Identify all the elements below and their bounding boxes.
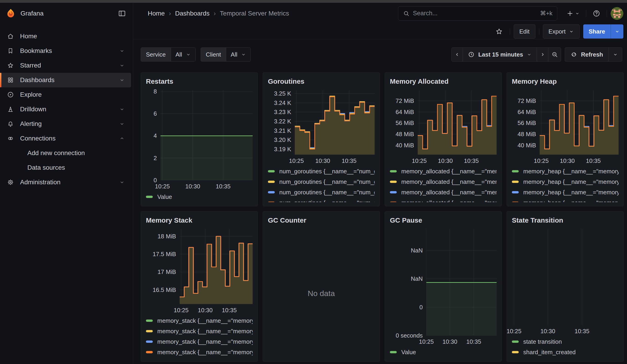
panel-memory-allocated: Memory Allocated72 MiB64 MiB56 MiB48 MiB… — [385, 72, 502, 207]
sidebar-item-add-new-connection[interactable]: Add new connection — [0, 146, 131, 160]
legend-item[interactable]: num_goroutines {__name__="num_go — [268, 187, 375, 198]
legend-label: num_goroutines {__name__="num_go — [279, 178, 375, 185]
time-back-button[interactable] — [451, 48, 463, 62]
client-variable[interactable]: Client All — [201, 48, 251, 62]
y-tick-label: 56 MiB — [518, 119, 536, 127]
legend-item[interactable]: Value — [146, 192, 253, 202]
chevron-down-icon — [613, 52, 618, 57]
breadcrumb-home[interactable]: Home — [148, 10, 165, 17]
chart-plot-area[interactable] — [295, 90, 375, 155]
panel-title[interactable]: State Transition — [512, 216, 619, 225]
y-tick-label: 56 MiB — [396, 119, 414, 127]
x-tick-label: 10:35 — [216, 183, 230, 190]
y-axis: 72 MiB64 MiB56 MiB48 MiB40 MiB — [390, 90, 418, 155]
sidebar-item-alerting[interactable]: Alerting — [0, 116, 131, 131]
legend-item[interactable]: memory_stack {__name__="memory_s — [146, 326, 253, 336]
edit-button[interactable]: Edit — [514, 24, 535, 39]
legend-item[interactable]: memory_allocated {__name__="memo — [390, 166, 497, 177]
legend-item[interactable]: memory_stack {__name__="memory_s — [146, 336, 253, 347]
y-tick-label: NaN — [411, 247, 423, 254]
panel-title[interactable]: Memory Stack — [146, 216, 253, 225]
grafana-logo[interactable] — [5, 8, 16, 19]
chevron-down-icon — [119, 63, 125, 68]
legend-label: memory_stack {__name__="memory_s — [157, 317, 253, 324]
zoom-out-button[interactable] — [548, 48, 561, 62]
legend-item[interactable]: memory_heap {__name__="memory_h — [512, 166, 619, 177]
breadcrumb-dashboards[interactable]: Dashboards — [175, 10, 209, 17]
share-dropdown-button[interactable] — [611, 24, 623, 39]
legend-item[interactable]: num_goroutines {__name__="num_go — [268, 177, 375, 187]
legend-item[interactable]: memory_heap {__name__="memory_h — [512, 177, 619, 187]
chart-plot-area[interactable] — [418, 90, 497, 155]
sidebar-item-explore[interactable]: Explore — [0, 87, 131, 102]
sidebar-item-dashboards[interactable]: Dashboards — [0, 73, 131, 87]
panel-title[interactable]: Restarts — [146, 77, 253, 86]
search-shortcut: ⌘+k — [540, 10, 552, 17]
header-brand-area: Grafana — [0, 3, 133, 24]
service-value-dropdown[interactable]: All — [171, 48, 195, 61]
divider — [607, 10, 607, 17]
x-tick-label: 10:25 — [419, 338, 434, 345]
time-forward-button[interactable] — [537, 48, 548, 62]
sidebar-item-home[interactable]: Home — [0, 29, 131, 44]
legend-series-color — [146, 196, 153, 198]
panel-title[interactable]: GC Pause — [390, 216, 497, 225]
legend-item[interactable]: num_goroutines {__name__="num_go — [268, 166, 375, 177]
chart-plot-area[interactable] — [180, 229, 253, 304]
help-icon[interactable] — [590, 7, 603, 20]
x-tick-label: 10:35 — [222, 307, 237, 314]
legend-item[interactable]: memory_stack {__name__="memory_s — [146, 347, 253, 357]
legend-item[interactable]: memory_allocated {__name__="memo — [390, 198, 497, 202]
zoom-out-icon — [551, 51, 558, 58]
service-variable[interactable]: Service All — [141, 48, 196, 62]
panel-memory-heap: Memory Heap72 MiB64 MiB56 MiB48 MiB40 Mi… — [507, 72, 624, 207]
favorite-star-icon[interactable] — [492, 26, 506, 37]
panel-title[interactable]: Memory Heap — [512, 77, 619, 86]
chevron-down-icon — [119, 106, 125, 112]
legend-label: shard_item_created — [523, 349, 576, 356]
chart-svg — [295, 90, 375, 155]
export-button[interactable]: Export — [543, 24, 579, 39]
chart-plot-area[interactable] — [512, 229, 619, 325]
y-tick-label: 3.19 K — [274, 146, 291, 153]
panel-title[interactable]: GC Counter — [268, 216, 375, 225]
sidebar-item-connections[interactable]: Connections — [0, 131, 131, 146]
sidebar-item-bookmarks[interactable]: Bookmarks — [0, 44, 131, 58]
add-button[interactable] — [564, 7, 582, 19]
chart-plot-area[interactable] — [426, 229, 497, 335]
y-tick-label: 8 — [154, 88, 157, 95]
chart-plot-area[interactable] — [540, 90, 619, 155]
share-button[interactable]: Share — [583, 24, 611, 39]
legend-item[interactable]: memory_allocated {__name__="memo — [390, 177, 497, 187]
legend-item[interactable]: shard_item_created — [512, 347, 619, 357]
y-tick-label: 3.21 K — [274, 127, 291, 134]
search-box[interactable]: ⌘+k — [398, 6, 557, 20]
legend-item[interactable]: memory_allocated {__name__="memo — [390, 187, 497, 198]
avatar[interactable] — [611, 7, 623, 20]
sidebar-item-drilldown[interactable]: Drilldown — [0, 102, 131, 116]
y-axis: 3.25 K3.24 K3.23 K3.22 K3.21 K3.20 K3.19… — [268, 90, 295, 155]
panel-title[interactable]: Goroutines — [268, 77, 375, 86]
legend-item[interactable]: num_goroutines {__name__="num_go — [268, 198, 375, 202]
panel-title[interactable]: Memory Allocated — [390, 77, 497, 86]
sidebar-item-administration[interactable]: Administration — [0, 175, 131, 190]
time-range-picker[interactable]: Last 15 minutes — [463, 48, 537, 62]
sidebar-item-starred[interactable]: Starred — [0, 58, 131, 73]
sidebar-toggle-icon[interactable] — [118, 9, 126, 18]
search-input[interactable] — [413, 10, 540, 17]
refresh-button[interactable]: Refresh — [565, 48, 609, 62]
sidebar-item-data-sources[interactable]: Data sources — [0, 160, 131, 175]
chevron-down-icon — [119, 121, 125, 127]
chart-plot-area[interactable] — [160, 90, 253, 180]
legend-item[interactable]: state transition — [512, 336, 619, 347]
legend-item[interactable]: Value — [390, 347, 497, 357]
panel-memory-stack: Memory Stack18 MiB17.5 MiB17 MiB16.5 MiB… — [141, 211, 258, 362]
service-label: Service — [141, 48, 171, 61]
bell-icon — [7, 120, 14, 127]
header-main: Home › Dashboards › Temporal Server Metr… — [133, 3, 627, 24]
refresh-interval-dropdown[interactable] — [609, 48, 622, 62]
legend-item[interactable]: memory_stack {__name__="memory_s — [146, 315, 253, 326]
legend-item[interactable]: memory_heap {__name__="memory_h — [512, 198, 619, 202]
client-value-dropdown[interactable]: All — [226, 48, 251, 61]
legend-item[interactable]: memory_heap {__name__="memory_h — [512, 187, 619, 198]
